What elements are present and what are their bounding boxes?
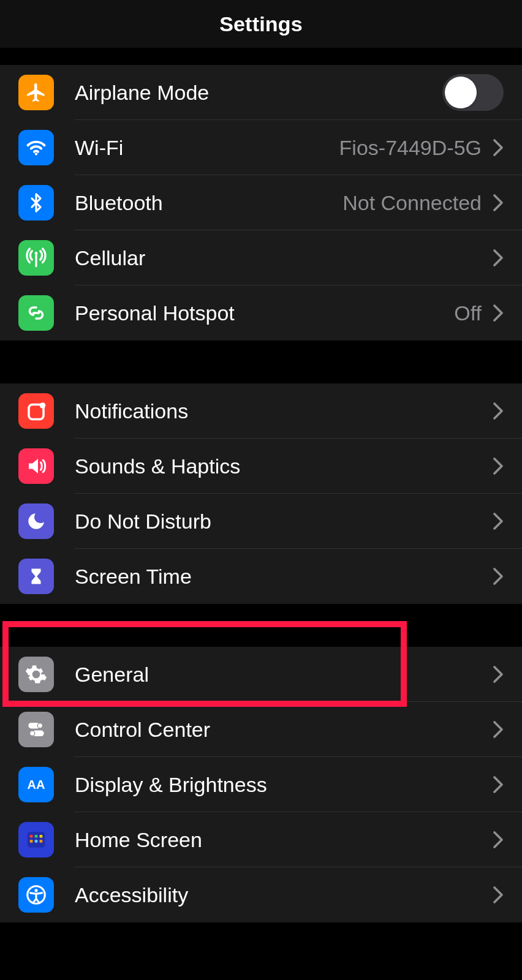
svg-rect-17 — [30, 840, 33, 843]
row-bluetooth[interactable]: Bluetooth Not Connected — [0, 175, 522, 230]
group-gap — [0, 341, 522, 383]
chevron-right-icon — [493, 512, 504, 530]
row-accessibility[interactable]: Accessibility — [0, 867, 522, 922]
notifications-label: Notifications — [75, 399, 188, 423]
svg-point-0 — [35, 153, 37, 155]
group-general: General Control Center — [0, 647, 522, 922]
chevron-right-icon — [493, 402, 504, 420]
moon-icon — [18, 503, 54, 539]
bluetooth-label: Bluetooth — [75, 191, 163, 215]
row-screen-time[interactable]: Screen Time — [0, 549, 522, 604]
airplane-icon — [18, 75, 54, 110]
hourglass-icon — [18, 559, 54, 594]
row-cellular[interactable]: Cellular — [0, 230, 522, 285]
chevron-right-icon — [493, 665, 504, 684]
group-gap — [0, 48, 522, 65]
chevron-right-icon — [493, 249, 504, 267]
control-center-label: Control Center — [75, 718, 210, 742]
group-notifications: Notifications Sounds & Haptics — [0, 383, 522, 604]
screentime-label: Screen Time — [75, 565, 192, 589]
row-airplane-mode[interactable]: Airplane Mode — [0, 65, 522, 120]
notifications-icon — [18, 393, 54, 429]
chevron-right-icon — [493, 886, 504, 904]
page-title: Settings — [219, 12, 303, 36]
bluetooth-value: Not Connected — [342, 191, 482, 215]
cellular-icon — [18, 240, 54, 276]
row-home-screen[interactable]: Home Screen — [0, 812, 522, 867]
accessibility-icon — [18, 877, 54, 913]
display-icon: AA — [18, 767, 54, 802]
chevron-right-icon — [493, 304, 504, 322]
row-general[interactable]: General — [0, 647, 522, 702]
bluetooth-icon — [18, 185, 54, 221]
home-screen-icon — [18, 822, 54, 858]
row-wifi[interactable]: Wi-Fi Fios-7449D-5G — [0, 120, 522, 175]
group-connectivity: Airplane Mode Wi-Fi Fios-7449D-5G — [0, 65, 522, 341]
wifi-icon — [18, 130, 54, 165]
svg-point-11 — [30, 731, 34, 736]
svg-rect-15 — [35, 835, 38, 838]
wifi-value: Fios-7449D-5G — [339, 136, 482, 160]
svg-rect-19 — [40, 840, 43, 843]
row-sounds-haptics[interactable]: Sounds & Haptics — [0, 439, 522, 494]
chevron-right-icon — [493, 194, 504, 212]
chevron-right-icon — [493, 831, 504, 849]
sounds-icon — [18, 448, 54, 484]
row-personal-hotspot[interactable]: Personal Hotspot Off — [0, 285, 522, 341]
control-center-icon — [18, 712, 54, 747]
home-screen-label: Home Screen — [75, 828, 202, 852]
svg-point-5 — [40, 402, 46, 409]
airplane-toggle[interactable] — [442, 74, 504, 111]
chevron-right-icon — [493, 457, 504, 475]
hotspot-label: Personal Hotspot — [75, 301, 235, 325]
wifi-label: Wi-Fi — [75, 136, 123, 160]
svg-point-21 — [34, 889, 37, 892]
hotspot-icon — [18, 295, 54, 331]
chevron-right-icon — [493, 720, 504, 739]
gear-icon — [18, 657, 54, 692]
row-control-center[interactable]: Control Center — [0, 702, 522, 757]
svg-rect-16 — [40, 835, 43, 838]
dnd-label: Do Not Disturb — [75, 510, 211, 533]
svg-point-2 — [35, 252, 38, 255]
group-gap — [0, 604, 522, 647]
svg-text:AA: AA — [28, 778, 45, 791]
row-notifications[interactable]: Notifications — [0, 383, 522, 439]
display-label: Display & Brightness — [75, 773, 267, 797]
airplane-label: Airplane Mode — [75, 81, 209, 105]
chevron-right-icon — [493, 567, 504, 586]
sounds-label: Sounds & Haptics — [75, 454, 240, 478]
cellular-label: Cellular — [75, 246, 145, 270]
svg-point-8 — [38, 723, 42, 728]
svg-rect-14 — [30, 835, 33, 838]
general-label: General — [75, 663, 149, 687]
chevron-right-icon — [493, 138, 504, 157]
hotspot-value: Off — [454, 301, 482, 325]
row-display-brightness[interactable]: AA Display & Brightness — [0, 757, 522, 812]
row-do-not-disturb[interactable]: Do Not Disturb — [0, 494, 522, 549]
chevron-right-icon — [493, 775, 504, 794]
svg-rect-18 — [35, 840, 38, 843]
accessibility-label: Accessibility — [75, 883, 188, 907]
settings-header: Settings — [0, 0, 522, 48]
